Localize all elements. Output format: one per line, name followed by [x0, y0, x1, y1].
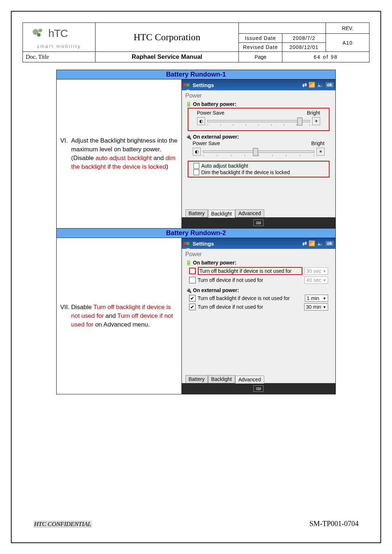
tab-advanced[interactable]: Advanced	[235, 376, 264, 383]
svg-point-1	[38, 29, 42, 32]
dd-30sec[interactable]: 30 sec▼	[305, 267, 328, 275]
windows-icon[interactable]	[183, 81, 191, 89]
tab-battery[interactable]: Battery	[185, 209, 208, 217]
battery-brightness-slider[interactable]: ◐ ☀	[197, 116, 320, 127]
htc-logo: hTC smart mobility	[26, 25, 92, 49]
screenshot-cell-1: Settings ⇄ 📶 🔈 ok Power 🔋 O	[181, 79, 336, 229]
dd-30min[interactable]: 30 min▼	[304, 303, 328, 311]
issued-date-label: Issued Date	[239, 34, 282, 43]
body-table: Battery Rundown-1 VI. Adjust the Backlig…	[56, 70, 336, 394]
instruction-text-2: Disable Turn off backlight if device is …	[71, 303, 178, 329]
section-header-2: Battery Rundown-2	[57, 229, 336, 238]
instruction-text-1: Adjust the Backlight brightness into the…	[71, 136, 178, 171]
wm-bottombar-2: ⌨	[182, 383, 336, 394]
corporation-name: HTC Corporation	[95, 23, 239, 52]
signal-icon: 📶	[309, 240, 315, 247]
bright-label: Bright	[307, 110, 320, 116]
speaker-icon: 🔈	[317, 240, 324, 247]
opt-batt-backlight-off[interactable]: Turn off backlight if device is not used…	[189, 267, 328, 275]
document-number: SM-TP001-0704	[309, 520, 359, 528]
opt-ext-device-off[interactable]: ✔ Turn off device if not used for 30 min…	[189, 303, 328, 311]
titlebar-title: Settings	[193, 241, 214, 247]
opt-batt-backlight-off-label: Turn off backlight if device is not used…	[198, 267, 302, 275]
instruction-cell-1: VI. Adjust the Backlight brightness into…	[57, 79, 182, 229]
wm-titlebar-2: Settings ⇄ 📶 🔈 ok	[182, 238, 336, 249]
bright-icon: ☀	[317, 148, 324, 156]
tab-advanced[interactable]: Advanced	[235, 209, 264, 217]
checkbox-checked[interactable]: ✔	[189, 295, 196, 301]
bright-label-2: Bright	[311, 140, 324, 146]
battery-icon: 🔋	[185, 101, 192, 107]
wm-titlebar-1: Settings ⇄ 📶 🔈 ok	[182, 79, 336, 90]
list-marker-vii: VII.	[60, 303, 71, 329]
page: hTC smart mobility HTC Corporation REV. …	[0, 0, 392, 554]
opt-ext-backlight-off[interactable]: ✔ Turn off backlight if device is not us…	[189, 295, 328, 302]
chevron-down-icon: ▼	[323, 278, 326, 282]
opt-ext-device-off-label: Turn off device if not used for	[198, 304, 302, 310]
highlight-checkboxes: Auto adjust backlight Dim the backlight …	[188, 161, 330, 177]
wm-bottombar-1: ⌨	[182, 217, 336, 228]
confidential-label: HTC CONFIDENTIAL	[33, 521, 92, 528]
plug-icon: 🔌	[185, 287, 192, 293]
opt-ext-backlight-off-label: Turn off backlight if device is not used…	[198, 295, 303, 301]
footer: HTC CONFIDENTIAL SM-TP001-0704	[33, 520, 359, 528]
auto-adjust-label: Auto adjust backlight	[201, 163, 248, 169]
tab-backlight[interactable]: Backlight	[208, 375, 235, 383]
checkbox-unchecked[interactable]	[193, 163, 199, 169]
speaker-icon: 🔈	[317, 82, 324, 88]
auto-adjust-checkbox-row[interactable]: Auto adjust backlight	[193, 163, 324, 169]
opt-batt-device-off[interactable]: Turn off device if not used for 40 sec▼	[189, 276, 328, 284]
ok-button[interactable]: ok	[325, 241, 334, 246]
battery-icon: 🔋	[185, 260, 192, 266]
highlight-battery-slider: Power Save Bright ◐ ☀	[188, 108, 330, 131]
chevron-down-icon: ▼	[323, 305, 326, 309]
bright-icon: ☀	[312, 117, 320, 125]
checkbox-unchecked[interactable]	[193, 169, 199, 175]
page-label: Page	[239, 52, 282, 62]
wm-content-1: Power 🔋 On battery power: Power Save Bri…	[182, 90, 336, 217]
page-value: 64 of 98	[282, 52, 369, 62]
screenshot-cell-2: Settings ⇄ 📶 🔈 ok Power 🔋	[181, 238, 336, 394]
wm-content-2: Power 🔋 On battery power: Turn off backl…	[182, 249, 336, 383]
sync-icon: ⇄	[302, 82, 307, 88]
svg-text:hTC: hTC	[48, 27, 68, 39]
checkbox-unchecked-highlight[interactable]	[189, 268, 196, 274]
signal-icon: 📶	[309, 82, 315, 88]
revised-date-value: 2008/12/01	[282, 43, 326, 52]
svg-point-2	[37, 33, 41, 37]
external-brightness-slider[interactable]: ◐ ☀	[193, 146, 325, 157]
sync-icon: ⇄	[302, 240, 307, 247]
wm-window-1: Settings ⇄ 📶 🔈 ok Power 🔋 O	[182, 79, 336, 228]
opt-batt-device-off-label: Turn off device if not used for	[198, 277, 302, 283]
windows-icon[interactable]	[183, 239, 191, 247]
tabs-1: Battery Backlight Advanced	[185, 209, 264, 217]
rev-value: A10	[326, 34, 369, 52]
dd-40sec[interactable]: 40 sec▼	[305, 276, 328, 284]
external-power-label: 🔌 On external power:	[185, 134, 332, 140]
doc-title-value: Raphael Service Manual	[95, 52, 239, 62]
keyboard-icon[interactable]: ⌨	[253, 219, 264, 226]
tabs-2: Battery Backlight Advanced	[185, 375, 264, 383]
power-save-label: Power Save	[197, 110, 224, 116]
keyboard-icon[interactable]: ⌨	[253, 385, 264, 392]
issued-date-value: 2008/7/2	[282, 34, 326, 43]
header-table: hTC smart mobility HTC Corporation REV. …	[23, 22, 369, 62]
ok-button[interactable]: ok	[325, 82, 334, 88]
titlebar-title: Settings	[193, 82, 214, 88]
dim-if-locked-checkbox-row[interactable]: Dim the backlight if the device is locke…	[193, 169, 324, 175]
plug-icon: 🔌	[185, 134, 192, 140]
external-power-label: 🔌 On external power:	[185, 287, 332, 293]
tab-backlight[interactable]: Backlight	[208, 210, 235, 218]
page-frame: hTC smart mobility HTC Corporation REV. …	[11, 11, 381, 543]
checkbox-checked[interactable]: ✔	[189, 304, 196, 310]
checkbox-unchecked[interactable]	[189, 277, 196, 283]
rev-label: REV.	[326, 23, 369, 34]
logo-cell: hTC smart mobility	[23, 23, 95, 52]
battery-power-label: 🔋 On battery power:	[185, 260, 332, 266]
power-heading: Power	[185, 251, 332, 258]
doc-title-label: Doc. Title	[23, 52, 95, 62]
chevron-down-icon: ▼	[323, 296, 326, 300]
dd-1min[interactable]: 1 min▼	[305, 295, 328, 302]
tab-battery[interactable]: Battery	[185, 375, 208, 383]
status-icons: ⇄ 📶 🔈 ok	[302, 82, 334, 88]
